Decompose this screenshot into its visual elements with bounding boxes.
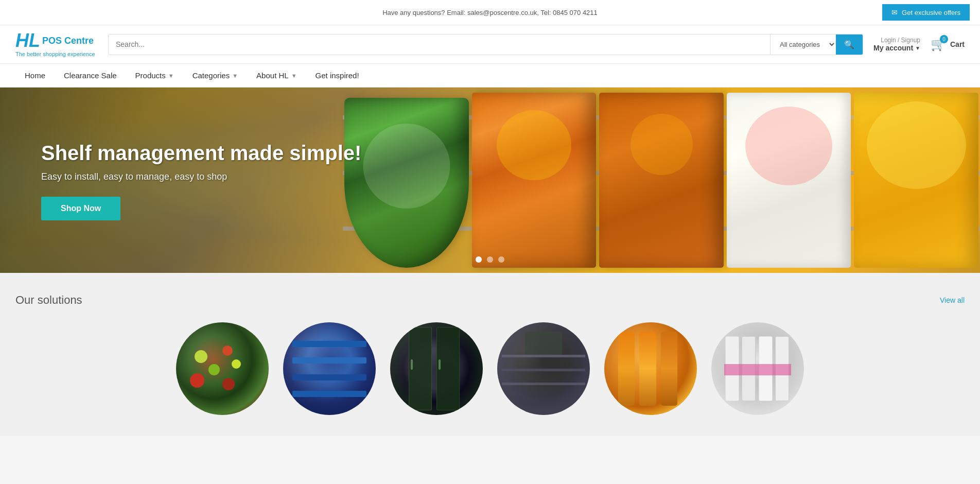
solution-item-0[interactable] bbox=[176, 322, 269, 415]
login-signup-link[interactable]: Login / Signup bbox=[873, 37, 920, 44]
search-bar: All categories 🔍 bbox=[108, 34, 863, 55]
nav-item-clearance[interactable]: Clearance Sale bbox=[55, 64, 126, 87]
solution-item-2[interactable] bbox=[390, 322, 483, 415]
solution-circle-5 bbox=[711, 322, 804, 415]
hero-banner: Shelf management made simple! Easy to in… bbox=[0, 88, 980, 273]
solution-item-3[interactable] bbox=[497, 322, 590, 415]
solutions-title: Our solutions bbox=[15, 293, 82, 307]
newsletter-button[interactable]: ✉ Get exclusive offers bbox=[882, 4, 970, 21]
carousel-dot-2[interactable] bbox=[487, 256, 493, 263]
nav-item-home[interactable]: Home bbox=[15, 64, 55, 87]
solutions-header: Our solutions View all bbox=[15, 293, 965, 307]
contact-info: Have any questions? Email: sales@poscent… bbox=[330, 9, 650, 16]
about-chevron-icon: ▼ bbox=[291, 73, 297, 79]
bottle-orange-2 bbox=[599, 93, 724, 268]
nav-item-inspired[interactable]: Get inspired! bbox=[306, 64, 369, 87]
solution-item-5[interactable] bbox=[711, 322, 804, 415]
shop-now-button[interactable]: Shop Now bbox=[41, 197, 120, 220]
solution-item-1[interactable] bbox=[283, 322, 376, 415]
search-button[interactable]: 🔍 bbox=[836, 34, 863, 55]
logo-tagline: The better shopping experience bbox=[15, 51, 98, 57]
account-area: Login / Signup My account ▼ bbox=[873, 37, 920, 52]
solution-circle-0 bbox=[176, 322, 269, 415]
solutions-grid bbox=[15, 322, 965, 415]
cart-icon-wrap: 🛒 0 bbox=[931, 37, 946, 51]
solution-circle-4 bbox=[604, 322, 697, 415]
nav-item-products[interactable]: Products ▼ bbox=[126, 64, 183, 87]
hero-title: Shelf management made simple! bbox=[41, 141, 361, 165]
carousel-dots bbox=[476, 256, 504, 263]
view-all-link[interactable]: View all bbox=[940, 296, 965, 304]
logo-hl: HL bbox=[15, 31, 40, 50]
solution-circle-1 bbox=[283, 322, 376, 415]
categories-chevron-icon: ▼ bbox=[232, 73, 238, 79]
hero-subtitle: Easy to install, easy to manage, easy to… bbox=[41, 171, 361, 182]
search-icon: 🔍 bbox=[844, 40, 854, 49]
solution-item-4[interactable] bbox=[604, 322, 697, 415]
top-bar: Have any questions? Email: sales@poscent… bbox=[0, 0, 980, 25]
cart-button[interactable]: 🛒 0 Cart bbox=[931, 37, 965, 51]
main-nav: Home Clearance Sale Products ▼ Categorie… bbox=[0, 64, 980, 88]
cart-label: Cart bbox=[950, 40, 965, 48]
products-chevron-icon: ▼ bbox=[168, 73, 174, 79]
solution-circle-2 bbox=[390, 322, 483, 415]
nav-item-categories[interactable]: Categories ▼ bbox=[183, 64, 247, 87]
solutions-section: Our solutions View all bbox=[0, 273, 980, 436]
bottle-white bbox=[727, 93, 851, 268]
carousel-dot-3[interactable] bbox=[498, 256, 504, 263]
my-account-button[interactable]: My account ▼ bbox=[873, 44, 920, 52]
logo-pos-centre: POS Centre bbox=[42, 36, 94, 45]
chevron-down-icon: ▼ bbox=[915, 45, 920, 51]
hero-content: Shelf management made simple! Easy to in… bbox=[0, 110, 402, 251]
cart-count: 0 bbox=[940, 35, 948, 43]
hero-image bbox=[343, 88, 980, 273]
site-header: HL POS Centre The better shopping experi… bbox=[0, 25, 980, 64]
header-right: Login / Signup My account ▼ 🛒 0 Cart bbox=[873, 37, 965, 52]
nav-item-about[interactable]: About HL ▼ bbox=[247, 64, 306, 87]
search-input[interactable] bbox=[109, 34, 770, 55]
logo[interactable]: HL POS Centre The better shopping experi… bbox=[15, 31, 98, 57]
bottle-yellow bbox=[854, 93, 978, 268]
carousel-dot-1[interactable] bbox=[476, 256, 482, 263]
solution-circle-3 bbox=[497, 322, 590, 415]
envelope-icon: ✉ bbox=[891, 8, 898, 16]
bottle-orange-1 bbox=[472, 93, 597, 268]
categories-dropdown[interactable]: All categories bbox=[770, 34, 836, 55]
